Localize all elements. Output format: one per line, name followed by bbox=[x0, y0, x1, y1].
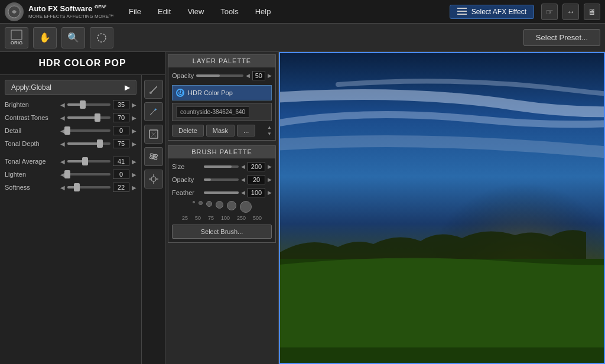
brush-size-increment[interactable]: ▶ bbox=[268, 164, 272, 170]
select-preset-button[interactable]: Select Preset... bbox=[523, 29, 600, 46]
more-button[interactable]: ... bbox=[237, 125, 255, 136]
apply-global-button[interactable]: Apply:Global ▶ bbox=[5, 80, 136, 95]
nav-touch-icon[interactable]: ☞ bbox=[541, 4, 558, 20]
brighten-thumb[interactable] bbox=[80, 100, 86, 109]
menu-edit[interactable]: Edit bbox=[154, 5, 174, 18]
lighten-thumb[interactable] bbox=[64, 170, 70, 178]
tonal-depth-track[interactable] bbox=[67, 142, 110, 145]
opacity-row: Opacity ◀ 50 ▶ bbox=[172, 71, 272, 80]
image-area bbox=[279, 52, 605, 364]
contrast-tones-increment[interactable]: ▶ bbox=[132, 115, 136, 121]
contrast-tones-track[interactable] bbox=[67, 116, 110, 119]
tonal-average-value[interactable]: 41 bbox=[113, 157, 129, 166]
menu-tools[interactable]: Tools bbox=[217, 5, 242, 18]
brush-dot-25[interactable] bbox=[193, 201, 195, 203]
select-tool-button[interactable] bbox=[90, 27, 113, 48]
brush-dot-100[interactable] bbox=[216, 201, 223, 209]
brush-feather-slider[interactable] bbox=[204, 191, 239, 194]
brush-size-row: Size ◀ 200 ▶ bbox=[172, 162, 272, 171]
softness-thumb[interactable] bbox=[74, 183, 80, 191]
contrast-tones-decrement[interactable]: ◀ bbox=[60, 115, 65, 121]
opacity-fill bbox=[196, 74, 220, 77]
size-label-100: 100 bbox=[221, 215, 230, 221]
add-brush-icon: + bbox=[148, 106, 159, 117]
contrast-tones-value[interactable]: 70 bbox=[113, 113, 129, 122]
softness-label: Softness bbox=[5, 184, 58, 191]
layer-item-hdr[interactable]: ⏻ HDR Color Pop bbox=[172, 85, 272, 100]
tonal-depth-increment[interactable]: ▶ bbox=[132, 141, 136, 147]
svg-rect-2 bbox=[457, 11, 467, 12]
brush-size-dots bbox=[172, 201, 272, 213]
detail-track[interactable] bbox=[67, 129, 110, 132]
detail-slider-row: Detail ◀ 0 ▶ bbox=[5, 126, 136, 135]
orig-tool-button[interactable]: ORIG bbox=[5, 27, 28, 48]
hdr-svg-overlay bbox=[279, 52, 605, 364]
brush-dot-250[interactable] bbox=[227, 201, 236, 210]
menu-bar-items: File Edit View Tools Help bbox=[125, 5, 450, 18]
mask-button[interactable]: Mask bbox=[206, 125, 235, 136]
opacity-increment[interactable]: ▶ bbox=[268, 73, 272, 79]
select-afx-effect-button[interactable]: Select AFX Effect bbox=[450, 5, 534, 19]
tonal-average-increment[interactable]: ▶ bbox=[132, 158, 136, 165]
tonal-average-decrement[interactable]: ◀ bbox=[60, 158, 65, 165]
brighten-value[interactable]: 35 bbox=[113, 100, 129, 109]
brush-dot-75[interactable] bbox=[206, 201, 212, 207]
opacity-value[interactable]: 50 bbox=[252, 71, 265, 80]
nav-arrow-icon[interactable]: ↔ bbox=[562, 4, 579, 20]
brighten-decrement[interactable]: ◀ bbox=[60, 102, 65, 108]
select-brush-button[interactable]: Select Brush... bbox=[172, 225, 272, 239]
brush-opacity-increment[interactable]: ▶ bbox=[268, 177, 272, 183]
lighten-track[interactable] bbox=[67, 173, 110, 176]
tonal-depth-decrement[interactable]: ◀ bbox=[60, 141, 65, 147]
detail-increment[interactable]: ▶ bbox=[132, 128, 136, 134]
zoom-tool-button[interactable]: 🔍 bbox=[61, 27, 85, 48]
brush-opacity-decrement[interactable]: ◀ bbox=[241, 177, 245, 183]
brush-opacity-slider[interactable] bbox=[204, 178, 239, 181]
brush-size-slider[interactable] bbox=[204, 165, 239, 168]
brush-size-value[interactable]: 200 bbox=[248, 162, 265, 171]
delete-button[interactable]: Delete bbox=[172, 125, 204, 136]
controls-area: Apply:Global ▶ Brighten ◀ 35 ▶ Contr bbox=[0, 75, 165, 364]
brush-feather-value[interactable]: 100 bbox=[248, 188, 265, 197]
brush-feather-increment[interactable]: ▶ bbox=[268, 190, 272, 196]
layer-item-file[interactable]: countryside-384624_640 bbox=[172, 103, 272, 121]
brush-size-decrement[interactable]: ◀ bbox=[241, 164, 245, 170]
tonal-average-track[interactable] bbox=[67, 160, 110, 162]
menu-view[interactable]: View bbox=[184, 5, 207, 18]
contrast-tones-thumb[interactable] bbox=[95, 113, 100, 122]
opacity-decrement[interactable]: ◀ bbox=[246, 73, 250, 79]
tonal-average-thumb[interactable] bbox=[82, 157, 88, 165]
add-brush-button[interactable]: + bbox=[144, 102, 163, 121]
detail-value[interactable]: 0 bbox=[113, 126, 129, 135]
contrast-tones-label: Contrast Tones bbox=[5, 114, 58, 121]
brush-feather-decrement[interactable]: ◀ bbox=[241, 190, 245, 196]
tonal-depth-value[interactable]: 75 bbox=[113, 139, 129, 148]
tonal-depth-thumb[interactable] bbox=[97, 139, 103, 148]
svg-rect-3 bbox=[457, 14, 467, 15]
mask-tool-button[interactable] bbox=[144, 125, 163, 144]
hand-tool-button[interactable]: ✋ bbox=[33, 27, 57, 48]
brighten-track[interactable] bbox=[67, 103, 110, 106]
layer-scroll-up[interactable]: ▲ bbox=[267, 125, 272, 130]
softness-value[interactable]: 22 bbox=[113, 183, 129, 192]
menu-help[interactable]: Help bbox=[252, 5, 275, 18]
softness-track[interactable] bbox=[67, 186, 110, 188]
lighten-value[interactable]: 0 bbox=[113, 170, 129, 179]
brush-dot-50[interactable] bbox=[199, 201, 203, 205]
transform-tool-button[interactable] bbox=[144, 170, 163, 188]
orbit-tool-button[interactable] bbox=[144, 147, 163, 166]
opacity-slider[interactable] bbox=[196, 74, 243, 77]
brush-dot-500[interactable] bbox=[240, 201, 252, 213]
layer-scroll-down[interactable]: ▼ bbox=[267, 131, 272, 136]
lighten-increment[interactable]: ▶ bbox=[132, 171, 136, 178]
brush-opacity-value[interactable]: 20 bbox=[248, 175, 265, 184]
lighten-slider-row: Lighten ◀ 0 ▶ bbox=[5, 170, 136, 179]
menu-file[interactable]: File bbox=[125, 5, 145, 18]
brush-size-label: Size bbox=[172, 163, 201, 170]
softness-decrement[interactable]: ◀ bbox=[60, 184, 65, 191]
softness-increment[interactable]: ▶ bbox=[132, 184, 136, 191]
brush-tool-button[interactable] bbox=[144, 80, 163, 99]
brighten-increment[interactable]: ▶ bbox=[132, 102, 136, 108]
detail-thumb[interactable] bbox=[64, 126, 70, 135]
nav-monitor-icon[interactable]: 🖥 bbox=[584, 4, 600, 20]
